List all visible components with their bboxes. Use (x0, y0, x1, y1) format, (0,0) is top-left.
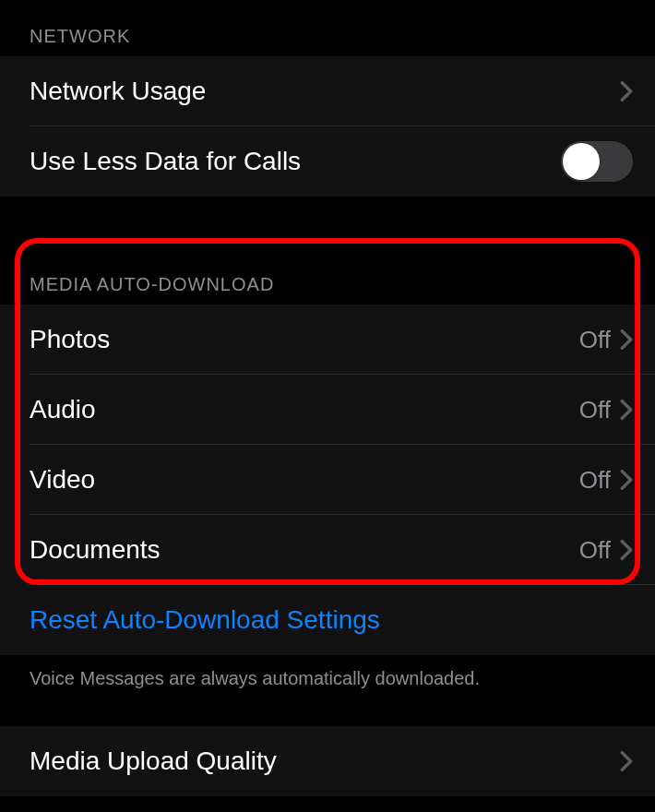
cell-label: Photos (30, 325, 579, 354)
cell-label: Media Upload Quality (30, 746, 620, 776)
cell-label: Network Usage (30, 77, 620, 106)
section-footer-label: Voice Messages are always automatically … (30, 668, 480, 688)
cell-use-less-data[interactable]: Use Less Data for Calls (0, 126, 655, 197)
section-header-media-auto-download: MEDIA AUTO-DOWNLOAD (0, 248, 655, 304)
cell-video[interactable]: Video Off (0, 445, 655, 515)
toggle-use-less-data[interactable] (561, 141, 633, 182)
cell-label: Reset Auto-Download Settings (30, 605, 633, 635)
cell-network-usage[interactable]: Network Usage (0, 56, 655, 126)
cell-audio[interactable]: Audio Off (0, 375, 655, 445)
group-media-auto-download: Photos Off Audio Off Video Off Documents… (0, 304, 655, 655)
cell-label: Video (30, 465, 579, 495)
section-header-network: NETWORK (0, 0, 655, 56)
chevron-right-icon (620, 750, 633, 772)
chevron-right-icon (620, 539, 633, 561)
chevron-right-icon (620, 469, 633, 491)
cell-value: Off (579, 396, 611, 424)
settings-screen: NETWORK Network Usage Use Less Data for … (0, 0, 655, 812)
cell-label: Use Less Data for Calls (30, 147, 561, 176)
chevron-right-icon (620, 328, 633, 351)
toggle-knob (563, 143, 600, 180)
cell-media-upload-quality[interactable]: Media Upload Quality (0, 726, 655, 796)
section-footer-media-auto-download: Voice Messages are always automatically … (0, 655, 655, 689)
section-gap (0, 689, 655, 726)
group-network: Network Usage Use Less Data for Calls (0, 56, 655, 197)
cell-label: Documents (30, 535, 579, 565)
cell-reset-auto-download[interactable]: Reset Auto-Download Settings (0, 585, 655, 655)
section-header-label: NETWORK (30, 26, 130, 46)
cell-photos[interactable]: Photos Off (0, 304, 655, 375)
section-header-label: MEDIA AUTO-DOWNLOAD (30, 274, 274, 294)
group-media-upload: Media Upload Quality (0, 726, 655, 796)
cell-documents[interactable]: Documents Off (0, 515, 655, 585)
cell-value: Off (579, 466, 611, 495)
cell-value: Off (579, 326, 611, 354)
section-gap (0, 197, 655, 248)
chevron-right-icon (620, 80, 633, 102)
cell-value: Off (579, 536, 611, 565)
cell-label: Audio (30, 395, 579, 424)
chevron-right-icon (620, 399, 633, 421)
